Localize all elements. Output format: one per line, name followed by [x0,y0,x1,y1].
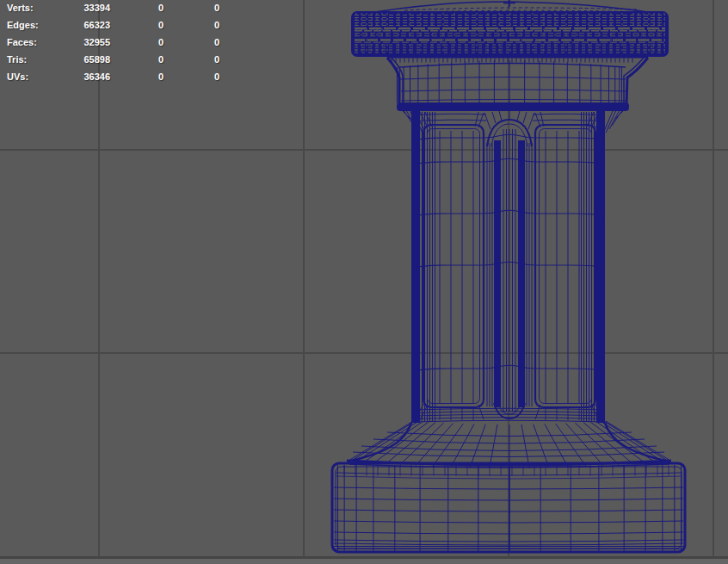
wireframe-segment [413,412,605,413]
wireframe-segment [484,113,490,129]
wireframe-segment [386,423,435,463]
wireframe-segment [336,473,682,475]
stats-row-verts: Verts: 33394 0 0 [7,0,222,16]
wireframe-segment [492,112,496,123]
stats-row-faces: Faces: 32955 0 0 [7,34,222,51]
wireframe-segment [404,8,639,10]
stats-value-col2: 0 [110,68,163,85]
wireframe-segment [528,113,534,129]
wireframe-segment [490,425,497,468]
wireframe-segment [413,414,605,416]
wireframe-segment [517,111,520,121]
stats-label: UVs: [7,68,69,85]
wireframe-segment [401,100,626,102]
wireframe-segment [334,487,683,489]
stats-value-col3: 0 [163,68,219,85]
stats-value-col2: 0 [110,0,163,16]
stats-value-col3: 0 [163,0,219,16]
wireframe-segment [411,109,420,423]
stats-value-col3: 0 [163,16,219,34]
wireframe-segment [521,425,529,468]
wireframe-segment [413,114,486,115]
statistics-overlay: Verts: 33394 0 0 Edges: 66323 0 0 Faces:… [7,0,222,85]
stats-value: 65898 [69,51,110,68]
wireframe-segment [413,420,605,422]
stats-value: 66323 [69,16,110,34]
wireframe-segment [545,424,568,467]
wireframe-segment [534,425,549,468]
wireframe-segment [470,425,485,468]
viewport-bottom-strip [0,559,728,564]
stats-value-col3: 0 [163,34,219,51]
wireframe-segment [533,114,604,115]
wireframe-segment [334,499,683,500]
wireframe-segment [499,111,502,121]
wireframe-segment [336,476,682,479]
wireframe-segment [412,134,604,140]
wireframe-segment [334,521,683,523]
stats-label: Faces: [7,34,69,51]
stats-row-edges: Edges: 66323 0 0 [7,16,222,34]
wireframe-segment [412,158,604,164]
stats-value-col3: 0 [163,51,219,68]
stats-label: Tris: [7,51,69,68]
wireframe-segment [612,109,623,126]
stats-value-col2: 0 [110,51,163,68]
wireframe-segment [412,365,604,371]
stats-value: 33394 [69,0,110,16]
wireframe-segment [401,90,626,91]
wireframe-segment [334,540,683,542]
wireframe-segment [334,532,683,534]
stats-value: 32955 [69,34,110,51]
wireframe-segment [400,77,626,80]
wireframe-segment [556,424,586,467]
stats-value-col2: 0 [110,34,163,51]
wireframe-segment [523,112,527,123]
stats-value: 36346 [69,68,110,85]
wireframe-segment [451,424,474,467]
stats-row-tris: Tris: 65898 0 0 [7,51,222,68]
wireframe-segment [397,102,629,111]
3d-viewport[interactable]: Verts: 33394 0 0 Edges: 66323 0 0 Faces:… [0,0,728,564]
wireframe-segment [334,510,683,511]
wireframe-segment [400,64,626,68]
wireframe-segment [433,424,463,467]
wireframe-segment [412,262,604,268]
stats-value-col2: 0 [110,16,163,34]
wireframe-segment [533,120,604,121]
wireframe-segment [334,543,683,545]
wireframe-segment [332,463,685,552]
wireframe-segment [412,210,604,216]
stats-row-uvs: UVs: 36346 0 0 [7,68,222,85]
stats-label: Edges: [7,16,69,34]
stats-label: Verts: [7,0,69,16]
